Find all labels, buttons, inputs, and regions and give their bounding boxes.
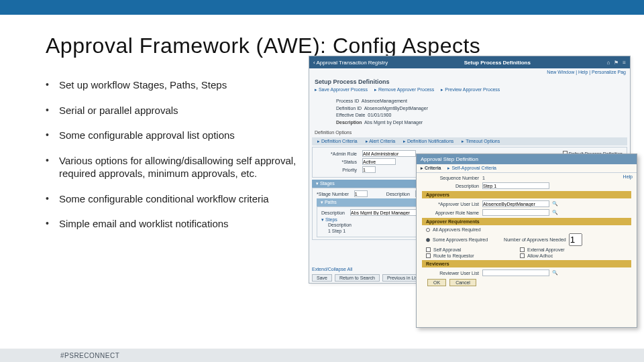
lookup-icon[interactable]: 🔍 [552,201,558,206]
lookup-icon[interactable]: 🔍 [552,210,558,215]
popup-body: Sequence Number1 Description Approvers *… [417,173,637,289]
status-input[interactable] [362,158,396,165]
link-save-approver[interactable]: Save Approver Process [315,87,368,93]
tab-def-criteria[interactable]: Definition Criteria [317,139,358,144]
slide-title: Approval Framework (AWE): Config Aspects [46,34,644,58]
num-approvers-input[interactable] [569,233,582,246]
link-remove-approver[interactable]: Remove Approver Process [374,87,434,93]
approver-role-input[interactable] [482,209,549,216]
bullet-text: Set up workflow Stages, Paths, Steps [59,78,227,92]
app-header: ‹ Approval Transaction Registry Setup Pr… [309,56,630,68]
bullet-dot: • [46,104,59,117]
chk-route-requestor[interactable]: Route to Requestor [426,253,506,258]
admin-role-label: *Admin Role [317,152,357,156]
screenshot-area: ‹ Approval Transaction Registry Setup Pr… [309,78,644,243]
tab-alert-criteria[interactable]: Alert Criteria [366,139,395,144]
header-title: Setup Process Definitions [464,60,531,66]
bullet-text: Various options for allowing/disallowing… [59,154,302,180]
section-label: Definition Options [309,129,630,136]
meta-block: Process ID AbsenceManagement Definition … [309,94,630,129]
cancel-button[interactable]: Cancel [449,279,476,286]
list-item: •Some configurable conditional workflow … [46,192,302,206]
bullet-dot: • [46,78,59,92]
bullet-text: Simple email and worklist notifications [59,217,229,231]
bullet-text: Some configurable conditional workflow c… [59,192,269,206]
section-approvers: Approvers [422,191,631,198]
tab-criteria[interactable]: ▸ Criteria [421,166,441,171]
bullet-dot: • [46,217,59,231]
content-row: •Set up workflow Stages, Paths, Steps •S… [0,78,644,243]
flag-icon[interactable]: ⚑ [614,60,619,66]
menu-icon[interactable]: ≡ [623,60,626,66]
action-links: Save Approver Process Remove Approver Pr… [309,86,630,94]
section-reviewers: Reviewers [422,260,631,267]
bullet-text: Serial or parallel approvals [59,104,178,117]
nav-back[interactable]: ‹ Approval Transaction Registry [313,60,388,66]
chk-external-approver[interactable]: External Approver [520,247,600,252]
lookup-icon[interactable]: 🔍 [552,270,558,276]
list-item: •Simple email and worklist notifications [46,217,302,231]
link-preview-approver[interactable]: Preview Approver Process [441,87,500,93]
checkbox-grid: Self Approval External Approver Route to… [422,247,631,258]
list-item: •Set up workflow Stages, Paths, Steps [46,78,302,92]
list-item: •Serial or parallel approvals [46,104,302,117]
ok-button[interactable]: OK [427,279,446,286]
chk-allow-adhoc[interactable]: Allow Adhoc [520,253,600,258]
popup-tabs: ▸ Criteria ▸ Self-Approval Criteria [417,164,637,173]
bullet-dot: • [46,129,59,142]
bullet-list: •Set up workflow Stages, Paths, Steps •S… [0,78,309,243]
window-links[interactable]: New Window | Help | Personalize Pag [309,68,630,76]
bullet-dot: • [46,192,59,206]
home-icon[interactable]: ⌂ [606,60,610,66]
reviewer-userlist-input[interactable] [482,269,549,276]
step-desc-input[interactable] [482,182,549,189]
popup-title: Approval Step Definition [417,154,637,164]
list-item: •Various options for allowing/disallowin… [46,154,302,180]
save-button[interactable]: Save [312,274,332,282]
tab-bar: Definition Criteria Alert Criteria Defin… [312,137,627,145]
priority-input[interactable] [362,166,376,173]
slide-footer: #PSRECONNECT [0,349,644,362]
help-link[interactable]: Help [623,174,633,179]
page-heading: Setup Process Definitions [309,76,630,86]
approver-userlist-input[interactable] [482,200,549,207]
screenshot-approval-step-definition: Approval Step Definition ▸ Criteria ▸ Se… [416,154,637,328]
bullet-text: Some configurable approval list options [59,129,235,142]
admin-role-input[interactable] [362,150,416,157]
return-button[interactable]: Return to Search [335,274,380,282]
stage-number-input[interactable] [354,190,368,197]
radio-some-approvers[interactable]: Some Approvers RequiredNumber of Approve… [426,233,631,246]
tab-def-notifications[interactable]: Definition Notifications [403,139,453,144]
list-item: •Some configurable approval list options [46,129,302,142]
tab-timeout-options[interactable]: Timeout Options [462,139,500,144]
slide-body: Approval Framework (AWE): Config Aspects… [0,34,644,243]
status-label: *Status [317,160,357,164]
radio-all-approvers[interactable]: All Approvers Required [426,227,631,232]
header-icons: ⌂ ⚑ ≡ [606,60,626,66]
footer-tag: #PSRECONNECT [60,352,119,359]
section-approver-req: Approver Requirements [422,218,631,225]
tab-self-approval[interactable]: ▸ Self-Approval Criteria [447,166,496,171]
chk-self-approval[interactable]: Self Approval [426,247,506,252]
top-color-bar [0,0,644,15]
bullet-dot: • [46,154,59,180]
priority-label: Priority [317,168,357,172]
